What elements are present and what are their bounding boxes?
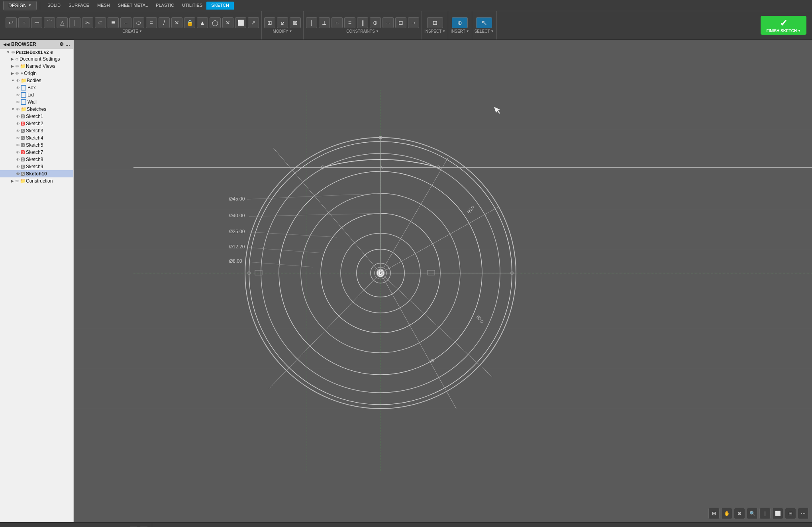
tab-utilities[interactable]: UTILITIES xyxy=(178,2,206,10)
sketch7-icon: S xyxy=(21,150,25,154)
svg-text:Ø12.20: Ø12.20 xyxy=(229,244,245,250)
main-toolbar: ↩ ○ ▭ ⌒ △ | ✂ ⊂ ≡ ⌐ ⬭ = / ✕ xyxy=(0,11,812,40)
sidebar-item-sketch8[interactable]: 👁 S Sketch8 xyxy=(0,156,73,163)
finish-sketch-button[interactable]: ✓ FINISH SKETCH▼ xyxy=(761,16,806,35)
con5-icon[interactable]: ∥ xyxy=(357,17,368,28)
sidebar-item-sketch9[interactable]: 👁 S Sketch9 xyxy=(0,163,73,170)
con4-icon[interactable]: = xyxy=(344,17,355,28)
modify-section: ⊞ ⌀ ⊠ MODIFY ▼ xyxy=(262,11,304,39)
sidebar-item-named-views[interactable]: ▶ 👁 📁 Named Views xyxy=(0,63,73,70)
equals-icon[interactable]: = xyxy=(146,17,157,28)
view-zoom-icon[interactable]: ⊕ xyxy=(734,508,745,519)
trim-icon[interactable]: ⊂ xyxy=(95,17,106,28)
constraints-icons: | ⊥ ○ = ∥ ⊕ ↔ ⊟ → xyxy=(306,17,419,28)
undo-icon[interactable]: ↩ xyxy=(6,17,17,28)
mod3-icon[interactable]: ⊠ xyxy=(290,17,301,28)
insert1-icon[interactable]: ⊕ xyxy=(452,17,468,28)
arrow-icon[interactable]: ↗ xyxy=(248,17,259,28)
cross-icon[interactable]: ✕ xyxy=(171,17,182,28)
create-icons: ↩ ○ ▭ ⌒ △ | ✂ ⊂ ≡ ⌐ ⬭ = / ✕ xyxy=(6,17,259,28)
view-layout-icon[interactable]: ⊟ xyxy=(785,508,796,519)
sidebar-item-lid[interactable]: 👁 Lid xyxy=(0,91,73,98)
select1-icon[interactable]: ↖ xyxy=(476,17,492,28)
browser-more-icon[interactable]: … xyxy=(65,41,70,47)
sketch9-icon: S xyxy=(21,165,25,169)
sketch4-icon: S xyxy=(21,136,25,140)
constraints-arrow: ▼ xyxy=(376,29,379,33)
ellipse-icon[interactable]: ⬭ xyxy=(133,17,144,28)
tab-sketch[interactable]: SKETCH xyxy=(206,2,234,10)
tab-sheet-metal[interactable]: SHEET METAL xyxy=(114,2,152,10)
sidebar-item-sketch5[interactable]: 👁 S Sketch5 xyxy=(0,142,73,149)
triangle2-icon[interactable]: ▲ xyxy=(197,17,208,28)
sidebar-item-sketches[interactable]: ▼ 👁 📁 Sketches xyxy=(0,106,73,113)
project-options[interactable]: ⚙ xyxy=(50,50,53,55)
lock-icon[interactable]: 🔒 xyxy=(184,17,195,28)
sidebar-sketch10-label: Sketch10 xyxy=(26,171,47,177)
sidebar-item-box[interactable]: 👁 Box xyxy=(0,84,73,91)
con6-icon[interactable]: ⊕ xyxy=(370,17,381,28)
modify-arrow: ▼ xyxy=(289,29,292,33)
con9-icon[interactable]: → xyxy=(408,17,419,28)
mod2-icon[interactable]: ⌀ xyxy=(277,17,288,28)
arc-tool-icon[interactable]: ⌒ xyxy=(44,17,55,28)
create-label[interactable]: CREATE ▼ xyxy=(122,29,142,33)
sidebar-item-doc-settings[interactable]: ▶ ⚙ Document Settings xyxy=(0,55,73,63)
view-more-icon[interactable]: ⋯ xyxy=(798,508,809,519)
circle2-icon[interactable]: ◯ xyxy=(210,17,221,28)
con7-icon[interactable]: ↔ xyxy=(382,17,394,28)
insert-label[interactable]: INSERT ▼ xyxy=(451,29,469,33)
hatch-icon[interactable]: ≡ xyxy=(108,17,119,28)
mod1-icon[interactable]: ⊞ xyxy=(264,17,275,28)
sidebar-item-wall[interactable]: 👁 Wall xyxy=(0,98,73,106)
tab-mesh[interactable]: MESH xyxy=(93,2,114,10)
browser-settings-icon[interactable]: ⚙ xyxy=(59,41,64,47)
sidebar-item-construction[interactable]: ▶ 👁 📁 Construction xyxy=(0,177,73,185)
circle-tool-icon[interactable]: ○ xyxy=(18,17,29,28)
constraints-label[interactable]: CONSTRAINTS ▼ xyxy=(346,29,379,33)
sidebar-item-root[interactable]: ▼ 👁 PuzzleBox01 v2 ⚙ xyxy=(0,49,73,55)
inspect-label[interactable]: INSPECT ▼ xyxy=(424,29,445,33)
collapse-icon[interactable]: ◀◀ xyxy=(3,42,10,47)
con1-icon[interactable]: | xyxy=(306,17,317,28)
sidebar-item-sketch4[interactable]: 👁 S Sketch4 xyxy=(0,134,73,142)
sidebar-item-sketch7[interactable]: 👁 S Sketch7 xyxy=(0,149,73,156)
slash-icon[interactable]: / xyxy=(159,17,170,28)
svg-text:Ø45.00: Ø45.00 xyxy=(229,196,245,202)
view-cube-icon[interactable]: ⬜ xyxy=(772,508,783,519)
lshape-icon[interactable]: ⌐ xyxy=(120,17,131,28)
rect-tool-icon[interactable]: ▭ xyxy=(31,17,42,28)
canvas-area[interactable]: Ø45.00 Ø40.00 Ø25.00 Ø12.20 Ø8.00 60.0 6… xyxy=(74,40,812,522)
view-grid-icon[interactable]: ⊞ xyxy=(708,508,720,519)
con8-icon[interactable]: ⊟ xyxy=(395,17,406,28)
view-hand-icon[interactable]: ✋ xyxy=(721,508,732,519)
modify-label[interactable]: MODIFY ▼ xyxy=(273,29,292,33)
sidebar-item-sketch3[interactable]: 👁 S Sketch3 xyxy=(0,127,73,134)
view-separator: | xyxy=(759,508,771,519)
wall-body-icon xyxy=(21,99,26,105)
inspect1-icon[interactable]: ⊞ xyxy=(427,17,443,28)
line-tool-icon[interactable]: | xyxy=(69,17,80,28)
con2-icon[interactable]: ⊥ xyxy=(319,17,330,28)
rect2-icon[interactable]: ⬜ xyxy=(235,17,246,28)
sketch5-icon: S xyxy=(21,143,25,147)
sidebar-item-sketch10[interactable]: 👁 S Sketch10 xyxy=(0,170,73,177)
sidebar-item-origin[interactable]: ▶ 👁 ✦ Origin xyxy=(0,70,73,77)
tab-plastic[interactable]: PLASTIC xyxy=(152,2,178,10)
sidebar-item-sketch2[interactable]: 👁 S Sketch2 xyxy=(0,120,73,127)
sidebar-sketch9-label: Sketch9 xyxy=(26,164,43,169)
tab-surface[interactable]: SURFACE xyxy=(65,2,93,10)
triangle-tool-icon[interactable]: △ xyxy=(57,17,68,28)
view-search-icon[interactable]: 🔍 xyxy=(747,508,758,519)
con3-icon[interactable]: ○ xyxy=(331,17,343,28)
cross2-icon[interactable]: ✕ xyxy=(222,17,233,28)
sidebar-item-sketch1[interactable]: 👁 S Sketch1 xyxy=(0,113,73,120)
select-label[interactable]: SELECT ▼ xyxy=(475,29,494,33)
scissors-icon[interactable]: ✂ xyxy=(82,17,93,28)
sidebar-sketch5-label: Sketch5 xyxy=(26,142,43,148)
sketch8-icon: S xyxy=(21,157,25,161)
tab-solid[interactable]: SOLID xyxy=(43,2,65,10)
sidebar-item-bodies[interactable]: ▼ 👁 📁 Bodies xyxy=(0,77,73,84)
select-icons: ↖ xyxy=(476,17,492,28)
design-dropdown-button[interactable]: DESIGN ▼ xyxy=(3,1,37,10)
